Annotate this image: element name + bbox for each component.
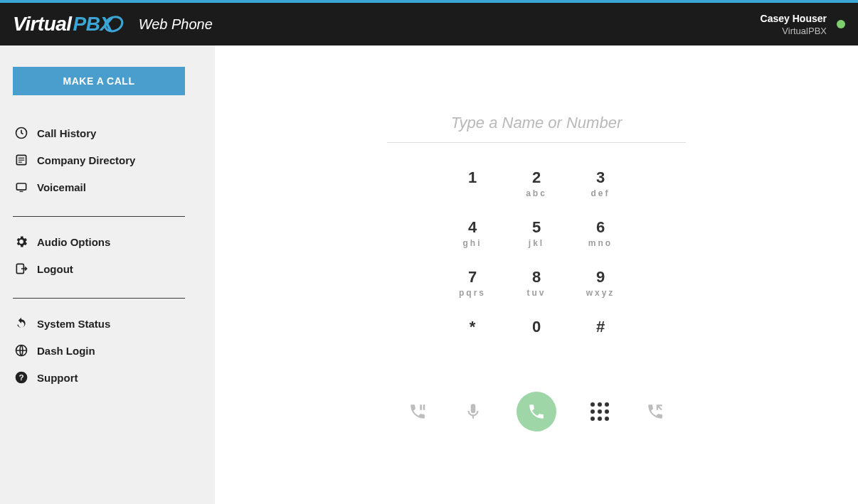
presence-indicator-icon: [837, 20, 845, 28]
key-3[interactable]: 3 def: [568, 168, 632, 218]
key-1[interactable]: 1: [440, 168, 504, 218]
hold-button[interactable]: [406, 400, 430, 424]
clock-icon: [14, 126, 28, 140]
logo-virtual: Virtual: [13, 13, 72, 36]
mute-button[interactable]: [461, 400, 485, 424]
user-block[interactable]: Casey Houser VirtualPBX: [761, 13, 845, 36]
key-9[interactable]: 9 wxyz: [568, 268, 632, 318]
svg-rect-4: [18, 162, 22, 163]
svg-text:?: ?: [18, 372, 23, 382]
key-hash[interactable]: #: [568, 318, 632, 368]
user-texts: Casey Houser VirtualPBX: [761, 13, 827, 36]
sidebar: MAKE A CALL Call History Company Directo…: [0, 45, 215, 504]
key-digit: 1: [468, 168, 477, 187]
sidebar-item-label: Logout: [37, 263, 73, 275]
gear-icon: [14, 235, 28, 249]
key-digit: 8: [532, 268, 541, 286]
key-6[interactable]: 6 mno: [568, 218, 632, 268]
nav-group-links: System Status Dash Login ? Support: [13, 310, 202, 391]
user-org: VirtualPBX: [761, 26, 827, 36]
key-7[interactable]: 7 pqrs: [440, 268, 504, 318]
key-4[interactable]: 4 ghi: [440, 218, 504, 268]
key-5[interactable]: 5 jkl: [504, 218, 568, 268]
key-digit: 6: [596, 218, 605, 237]
svg-rect-5: [16, 183, 26, 190]
key-letters: pqrs: [459, 288, 486, 298]
sidebar-item-voicemail[interactable]: Voicemail: [13, 173, 202, 200]
key-letters: ghi: [463, 238, 482, 248]
dialpad-icon: [590, 402, 609, 421]
call-button[interactable]: [517, 392, 556, 431]
key-letters: jkl: [529, 238, 544, 248]
sidebar-divider: [13, 216, 185, 217]
sidebar-item-label: Voicemail: [37, 181, 86, 193]
key-digit: 5: [532, 218, 541, 237]
key-2[interactable]: 2 abc: [504, 168, 568, 218]
brand-logo: VirtualPBX: [13, 13, 123, 36]
sidebar-item-company-directory[interactable]: Company Directory: [13, 146, 202, 173]
make-a-call-button[interactable]: MAKE A CALL: [13, 67, 185, 95]
help-icon: ?: [14, 370, 28, 385]
key-digit: *: [470, 318, 476, 336]
sidebar-item-label: Support: [37, 372, 78, 384]
key-0[interactable]: 0: [504, 318, 568, 368]
directory-icon: [14, 153, 28, 167]
keypad: 1 2 abc 3 def 4 ghi: [440, 168, 632, 368]
key-letters: wxyz: [586, 288, 615, 298]
dial-input[interactable]: [387, 109, 686, 143]
app-title: Web Phone: [139, 16, 213, 33]
nav-group-settings: Audio Options Logout: [13, 228, 202, 282]
user-name: Casey Houser: [761, 13, 827, 24]
key-digit: 7: [468, 268, 477, 286]
sidebar-divider: [13, 298, 185, 299]
key-digit: 0: [532, 318, 541, 336]
svg-rect-6: [20, 191, 23, 192]
nav-group-main: Call History Company Directory Voicemail: [13, 119, 202, 200]
sidebar-item-label: Audio Options: [37, 236, 110, 248]
svg-rect-12: [423, 404, 425, 410]
refresh-icon: [14, 316, 28, 331]
sidebar-item-label: System Status: [37, 318, 110, 330]
key-digit: 9: [596, 268, 605, 286]
top-bar: VirtualPBX Web Phone Casey Houser Virtua…: [0, 3, 858, 45]
svg-rect-11: [420, 404, 422, 410]
dialpad-button[interactable]: [588, 400, 612, 424]
sidebar-item-label: Dash Login: [37, 345, 95, 357]
dialer: 1 2 abc 3 def 4 ghi: [387, 109, 686, 431]
key-digit: 4: [468, 218, 477, 237]
key-digit: 2: [532, 168, 541, 187]
svg-rect-3: [18, 160, 24, 161]
sidebar-item-logout[interactable]: Logout: [13, 255, 202, 282]
voicemail-icon: [14, 180, 28, 194]
key-letters: def: [591, 188, 610, 198]
key-letters: mno: [588, 238, 613, 248]
main-panel: 1 2 abc 3 def 4 ghi: [215, 45, 858, 504]
sidebar-item-call-history[interactable]: Call History: [13, 119, 202, 146]
sidebar-item-label: Call History: [37, 127, 96, 139]
sidebar-item-dash-login[interactable]: Dash Login: [13, 337, 202, 364]
logout-icon: [14, 262, 28, 276]
globe-icon: [14, 343, 28, 358]
key-digit: #: [596, 318, 605, 336]
key-letters: abc: [526, 188, 547, 198]
key-star[interactable]: *: [440, 318, 504, 368]
sidebar-item-audio-options[interactable]: Audio Options: [13, 228, 202, 255]
sidebar-item-label: Company Directory: [37, 154, 135, 166]
key-8[interactable]: 8 tuv: [504, 268, 568, 318]
key-letters: tuv: [527, 288, 546, 298]
key-digit: 3: [596, 168, 605, 187]
svg-rect-2: [18, 158, 24, 159]
sidebar-item-system-status[interactable]: System Status: [13, 310, 202, 337]
call-actions: [406, 392, 667, 431]
sidebar-item-support[interactable]: ? Support: [13, 364, 202, 391]
transfer-button[interactable]: [643, 400, 667, 424]
